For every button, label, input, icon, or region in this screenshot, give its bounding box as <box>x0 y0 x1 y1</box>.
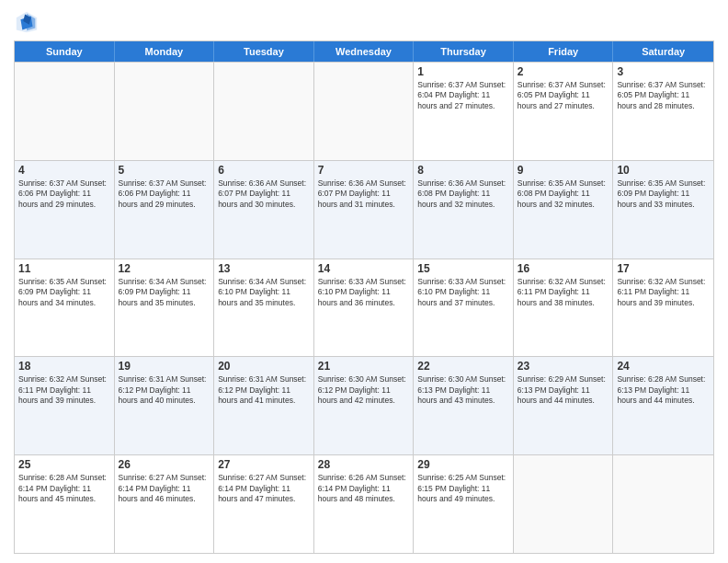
day-info: Sunrise: 6:28 AM Sunset: 6:13 PM Dayligh… <box>617 374 710 406</box>
day-number: 19 <box>119 360 210 373</box>
day-number: 18 <box>18 360 110 373</box>
calendar-week-4: 18Sunrise: 6:32 AM Sunset: 6:11 PM Dayli… <box>15 356 713 454</box>
day-info: Sunrise: 6:36 AM Sunset: 6:07 PM Dayligh… <box>218 178 310 210</box>
day-number: 15 <box>417 262 509 275</box>
day-number: 23 <box>518 360 609 373</box>
day-info: Sunrise: 6:32 AM Sunset: 6:11 PM Dayligh… <box>18 374 110 406</box>
calendar: SundayMondayTuesdayWednesdayThursdayFrid… <box>14 40 714 554</box>
day-info: Sunrise: 6:32 AM Sunset: 6:11 PM Dayligh… <box>617 277 710 308</box>
day-cell-empty <box>15 63 115 160</box>
day-number: 28 <box>318 458 410 471</box>
day-info: Sunrise: 6:35 AM Sunset: 6:09 PM Dayligh… <box>617 178 710 210</box>
day-cell-19: 19Sunrise: 6:31 AM Sunset: 6:12 PM Dayli… <box>115 357 215 454</box>
day-info: Sunrise: 6:34 AM Sunset: 6:10 PM Dayligh… <box>218 277 310 308</box>
header <box>14 9 714 35</box>
day-cell-2: 2Sunrise: 6:37 AM Sunset: 6:05 PM Daylig… <box>514 63 614 160</box>
day-number: 20 <box>218 360 310 373</box>
day-number: 2 <box>518 65 609 78</box>
day-cell-26: 26Sunrise: 6:27 AM Sunset: 6:14 PM Dayli… <box>115 455 215 553</box>
day-info: Sunrise: 6:33 AM Sunset: 6:10 PM Dayligh… <box>417 277 509 308</box>
day-info: Sunrise: 6:37 AM Sunset: 6:06 PM Dayligh… <box>18 178 110 210</box>
calendar-week-3: 11Sunrise: 6:35 AM Sunset: 6:09 PM Dayli… <box>15 259 713 357</box>
logo <box>14 9 43 35</box>
day-info: Sunrise: 6:33 AM Sunset: 6:10 PM Dayligh… <box>318 277 410 308</box>
day-info: Sunrise: 6:31 AM Sunset: 6:12 PM Dayligh… <box>119 374 210 406</box>
day-cell-24: 24Sunrise: 6:28 AM Sunset: 6:13 PM Dayli… <box>613 357 713 454</box>
day-number: 4 <box>18 164 110 177</box>
calendar-body: 1Sunrise: 6:37 AM Sunset: 6:04 PM Daylig… <box>15 62 713 553</box>
day-cell-5: 5Sunrise: 6:37 AM Sunset: 6:06 PM Daylig… <box>115 161 215 259</box>
day-info: Sunrise: 6:37 AM Sunset: 6:05 PM Dayligh… <box>518 80 609 111</box>
day-number: 17 <box>617 262 710 275</box>
day-info: Sunrise: 6:32 AM Sunset: 6:11 PM Dayligh… <box>518 277 609 308</box>
day-number: 24 <box>617 360 710 373</box>
day-cell-9: 9Sunrise: 6:35 AM Sunset: 6:08 PM Daylig… <box>514 161 614 259</box>
day-number: 12 <box>119 262 210 275</box>
day-cell-1: 1Sunrise: 6:37 AM Sunset: 6:04 PM Daylig… <box>414 63 514 160</box>
day-info: Sunrise: 6:27 AM Sunset: 6:14 PM Dayligh… <box>119 473 210 504</box>
day-info: Sunrise: 6:29 AM Sunset: 6:13 PM Dayligh… <box>518 374 609 406</box>
day-number: 3 <box>617 65 710 78</box>
day-cell-29: 29Sunrise: 6:25 AM Sunset: 6:15 PM Dayli… <box>414 455 514 553</box>
day-number: 21 <box>318 360 410 373</box>
day-cell-7: 7Sunrise: 6:36 AM Sunset: 6:07 PM Daylig… <box>314 161 415 259</box>
day-cell-15: 15Sunrise: 6:33 AM Sunset: 6:10 PM Dayli… <box>414 259 514 357</box>
day-cell-12: 12Sunrise: 6:34 AM Sunset: 6:09 PM Dayli… <box>115 259 215 357</box>
day-cell-16: 16Sunrise: 6:32 AM Sunset: 6:11 PM Dayli… <box>514 259 614 357</box>
header-cell-sunday: Sunday <box>15 41 115 62</box>
day-cell-13: 13Sunrise: 6:34 AM Sunset: 6:10 PM Dayli… <box>214 259 314 357</box>
day-number: 29 <box>417 458 509 471</box>
day-number: 8 <box>417 164 509 177</box>
header-cell-monday: Monday <box>115 41 215 62</box>
calendar-week-5: 25Sunrise: 6:28 AM Sunset: 6:14 PM Dayli… <box>15 454 713 553</box>
day-cell-8: 8Sunrise: 6:36 AM Sunset: 6:08 PM Daylig… <box>414 161 514 259</box>
day-number: 5 <box>119 164 210 177</box>
day-info: Sunrise: 6:36 AM Sunset: 6:08 PM Dayligh… <box>417 178 509 210</box>
day-cell-27: 27Sunrise: 6:27 AM Sunset: 6:14 PM Dayli… <box>214 455 314 553</box>
header-cell-thursday: Thursday <box>414 41 514 62</box>
day-number: 9 <box>518 164 609 177</box>
day-cell-empty <box>514 455 614 553</box>
header-cell-wednesday: Wednesday <box>314 41 415 62</box>
day-cell-25: 25Sunrise: 6:28 AM Sunset: 6:14 PM Dayli… <box>15 455 115 553</box>
day-cell-21: 21Sunrise: 6:30 AM Sunset: 6:12 PM Dayli… <box>314 357 415 454</box>
calendar-week-1: 1Sunrise: 6:37 AM Sunset: 6:04 PM Daylig… <box>15 62 713 160</box>
day-info: Sunrise: 6:31 AM Sunset: 6:12 PM Dayligh… <box>218 374 310 406</box>
day-number: 22 <box>417 360 509 373</box>
day-number: 10 <box>617 164 710 177</box>
day-cell-empty <box>314 63 415 160</box>
day-number: 1 <box>417 65 509 78</box>
calendar-week-2: 4Sunrise: 6:37 AM Sunset: 6:06 PM Daylig… <box>15 160 713 259</box>
header-cell-friday: Friday <box>514 41 614 62</box>
day-info: Sunrise: 6:35 AM Sunset: 6:08 PM Dayligh… <box>518 178 609 210</box>
day-cell-empty <box>214 63 314 160</box>
day-number: 14 <box>318 262 410 275</box>
header-cell-tuesday: Tuesday <box>214 41 314 62</box>
day-info: Sunrise: 6:25 AM Sunset: 6:15 PM Dayligh… <box>417 473 509 504</box>
day-cell-empty <box>613 455 713 553</box>
day-number: 7 <box>318 164 410 177</box>
day-info: Sunrise: 6:34 AM Sunset: 6:09 PM Dayligh… <box>119 277 210 308</box>
calendar-header: SundayMondayTuesdayWednesdayThursdayFrid… <box>15 41 713 62</box>
day-info: Sunrise: 6:37 AM Sunset: 6:04 PM Dayligh… <box>417 80 509 111</box>
day-info: Sunrise: 6:37 AM Sunset: 6:05 PM Dayligh… <box>617 80 710 111</box>
day-cell-18: 18Sunrise: 6:32 AM Sunset: 6:11 PM Dayli… <box>15 357 115 454</box>
day-info: Sunrise: 6:30 AM Sunset: 6:13 PM Dayligh… <box>417 374 509 406</box>
day-cell-6: 6Sunrise: 6:36 AM Sunset: 6:07 PM Daylig… <box>214 161 314 259</box>
day-number: 26 <box>119 458 210 471</box>
day-cell-3: 3Sunrise: 6:37 AM Sunset: 6:05 PM Daylig… <box>613 63 713 160</box>
day-cell-17: 17Sunrise: 6:32 AM Sunset: 6:11 PM Dayli… <box>613 259 713 357</box>
day-number: 16 <box>518 262 609 275</box>
day-number: 13 <box>218 262 310 275</box>
day-cell-22: 22Sunrise: 6:30 AM Sunset: 6:13 PM Dayli… <box>414 357 514 454</box>
day-info: Sunrise: 6:28 AM Sunset: 6:14 PM Dayligh… <box>18 473 110 504</box>
day-cell-28: 28Sunrise: 6:26 AM Sunset: 6:14 PM Dayli… <box>314 455 415 553</box>
day-number: 6 <box>218 164 310 177</box>
day-cell-20: 20Sunrise: 6:31 AM Sunset: 6:12 PM Dayli… <box>214 357 314 454</box>
day-info: Sunrise: 6:35 AM Sunset: 6:09 PM Dayligh… <box>18 277 110 308</box>
day-info: Sunrise: 6:30 AM Sunset: 6:12 PM Dayligh… <box>318 374 410 406</box>
header-cell-saturday: Saturday <box>613 41 713 62</box>
day-info: Sunrise: 6:36 AM Sunset: 6:07 PM Dayligh… <box>318 178 410 210</box>
day-cell-23: 23Sunrise: 6:29 AM Sunset: 6:13 PM Dayli… <box>514 357 614 454</box>
day-number: 27 <box>218 458 310 471</box>
